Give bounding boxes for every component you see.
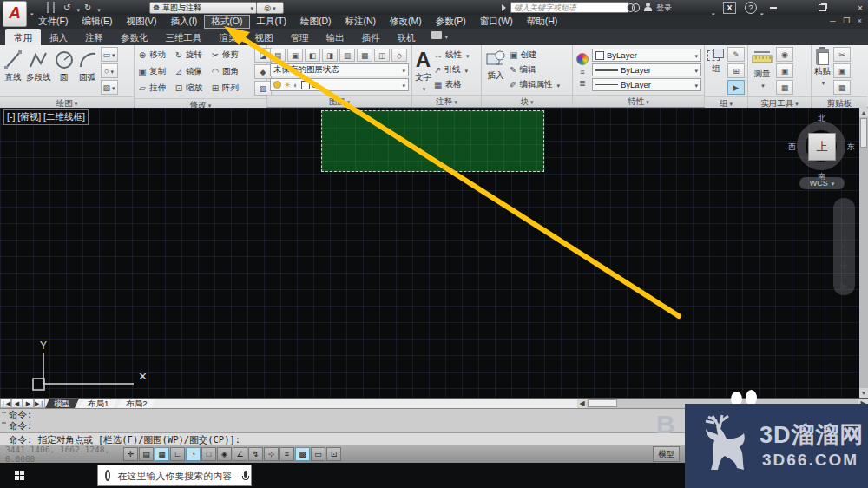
exchange-apps-icon[interactable]: X — [723, 2, 736, 14]
scale-tool[interactable]: ⊡缩放 — [174, 80, 210, 96]
create-block-tool[interactable]: ▣创建 — [510, 48, 560, 63]
drawing-area[interactable]: [-] [俯视] [二维线框] 北 南 西 东 上 WCS ◎ ☞ ⌖ ✛ ▶ … — [0, 108, 868, 398]
group-selection-icon[interactable]: ▶ — [727, 80, 745, 95]
show-motion-icon[interactable]: ▶ — [840, 280, 848, 292]
last-layout-icon[interactable]: ▶❘ — [34, 399, 45, 408]
cut-icon[interactable]: ✂ — [833, 47, 851, 62]
object-color-icon[interactable] — [576, 53, 589, 65]
copy-clip-icon[interactable]: ▣ — [833, 63, 851, 78]
dynamic-ucs-toggle-icon[interactable]: ↯ — [248, 447, 263, 461]
pan-hand-icon[interactable]: ☞ — [839, 221, 849, 234]
command-window-grip[interactable] — [2, 412, 6, 424]
compass-north-label[interactable]: 北 — [818, 113, 825, 124]
group-tool[interactable]: 组 — [707, 47, 725, 95]
circle-tool[interactable]: 圆 — [54, 47, 75, 95]
transparency-toggle-icon[interactable]: ▩ — [295, 447, 310, 461]
copy-tool[interactable]: ▣复制 — [137, 63, 174, 80]
scroll-left-icon[interactable]: ◀ — [577, 399, 587, 408]
vertical-scrollbar[interactable]: ▲ ▼ — [859, 108, 868, 398]
rotate-tool[interactable]: ↻旋转 — [174, 47, 210, 63]
menu-edit[interactable]: 编辑(E) — [75, 15, 119, 29]
scrollbar-thumb[interactable] — [860, 118, 867, 148]
menu-help[interactable]: 帮助(H) — [520, 15, 565, 29]
ribbon-tab-online[interactable]: 联机 — [389, 29, 424, 45]
next-layout-icon[interactable]: ▶ — [23, 399, 34, 408]
layer-state-dropdown[interactable]: 未保存的图层状态 — [270, 63, 409, 76]
ellipse-tool-icon[interactable]: ○ — [101, 63, 118, 78]
undo-icon[interactable]: ↺ — [63, 3, 70, 12]
leader-tool[interactable]: ↗引线 — [434, 63, 470, 77]
undo-dropdown-icon[interactable] — [75, 0, 80, 16]
ungroup-icon[interactable]: ✎ — [727, 47, 745, 62]
ribbon-tab-manage[interactable]: 管理 — [282, 29, 318, 45]
workspace-switcher[interactable]: ☸ 草图与注释 — [149, 2, 257, 14]
grid-display-toggle-icon[interactable]: ▦ — [155, 447, 169, 461]
orbit-icon[interactable]: ✛ — [839, 260, 848, 272]
ribbon-tab-3dtools[interactable]: 三维工具 — [157, 29, 211, 45]
menu-window[interactable]: 窗口(W) — [473, 15, 520, 29]
selection-cycling-toggle-icon[interactable]: ⊡ — [326, 447, 341, 461]
ribbon-tab-render[interactable]: 渲染 — [211, 29, 247, 45]
edit-block-tool[interactable]: ✎编辑 — [510, 63, 560, 77]
tab-layout1[interactable]: 布局1 — [79, 399, 117, 408]
scroll-up-icon[interactable]: ▲ — [859, 108, 868, 117]
interface-options-icon[interactable] — [431, 27, 449, 43]
layer-lock-icon[interactable]: ▦ — [357, 49, 372, 62]
close-button[interactable]: × — [849, 3, 868, 13]
maximize-button[interactable] — [811, 3, 833, 13]
redo-dropdown-icon[interactable] — [95, 0, 101, 16]
signin-link[interactable]: 登录 — [656, 3, 672, 14]
mirror-tool[interactable]: ⊿镜像 — [174, 63, 210, 80]
fillet-tool[interactable]: ◠圆角 — [210, 63, 252, 80]
tab-layout2[interactable]: 布局2 — [117, 399, 155, 408]
paste-tool[interactable]: 粘贴 — [814, 47, 831, 95]
object-snap-tracking-toggle-icon[interactable]: ∠ — [233, 447, 247, 461]
lineweight-dropdown[interactable]: ByLayer — [592, 63, 701, 76]
linear-dimension-tool[interactable]: ↔线性 — [434, 48, 470, 63]
infocenter-search-input[interactable] — [510, 2, 628, 13]
panel-label-group[interactable]: 组 — [705, 96, 747, 109]
compass-east-label[interactable]: 东 — [847, 142, 855, 153]
dynamic-input-toggle-icon[interactable]: ⊹ — [264, 447, 279, 461]
panel-label-properties[interactable]: 特性 — [573, 95, 704, 107]
viewcube-top-face[interactable]: 上 — [808, 133, 836, 161]
array-tool[interactable]: ⊞阵列 — [210, 80, 252, 96]
linetype-icon[interactable]: ≣ — [579, 79, 586, 88]
microphone-icon[interactable] — [242, 471, 244, 481]
lineweight-icon[interactable]: ≡ — [580, 68, 584, 76]
save-icon[interactable] — [47, 2, 49, 13]
ribbon-tab-view[interactable]: 视图 — [247, 29, 282, 45]
polar-tracking-toggle-icon[interactable]: ◔ — [186, 447, 201, 461]
minimize-button[interactable] — [762, 3, 785, 13]
panel-label-block[interactable]: 块 — [482, 95, 572, 107]
infocenter-toggle-icon[interactable] — [502, 4, 506, 11]
panel-label-annotation[interactable]: 注释 — [412, 95, 481, 107]
stretch-tool[interactable]: ▱拉伸 — [137, 80, 174, 96]
trim-tool[interactable]: ✂修剪 — [210, 47, 252, 63]
polyline-tool[interactable]: 多段线 — [26, 47, 51, 95]
quick-select-icon[interactable]: ▣ — [776, 63, 793, 78]
menu-file[interactable]: 文件(F) — [31, 15, 75, 29]
id-point-icon[interactable]: ◉ — [776, 47, 793, 62]
layer-off-icon[interactable]: ▣ — [287, 49, 303, 62]
edit-attributes-tool[interactable]: ✐编辑属性 — [510, 77, 560, 92]
zoom-icon[interactable]: ⌖ — [841, 241, 847, 253]
table-tool[interactable]: ▦表格 — [434, 77, 470, 92]
menu-modify[interactable]: 修改(M) — [383, 15, 429, 29]
ribbon-tab-home[interactable]: 常用 — [5, 29, 41, 45]
prev-layout-icon[interactable]: ◀ — [11, 399, 23, 408]
move-tool[interactable]: ⊕移动 — [137, 47, 174, 63]
document-window-controls[interactable]: ─ ❐ × — [830, 16, 865, 25]
compass-west-label[interactable]: 西 — [788, 142, 796, 153]
ribbon-tab-insert[interactable]: 插入 — [41, 29, 76, 45]
color-dropdown[interactable]: ByLayer — [592, 49, 701, 62]
line-tool[interactable]: 直线 — [3, 47, 23, 95]
taskbar-search-input[interactable] — [115, 470, 242, 482]
ribbon-tab-parametric[interactable]: 参数化 — [112, 29, 157, 45]
start-button[interactable] — [0, 463, 40, 488]
layer-dropdown[interactable]: ☀ ◐ 0 — [270, 78, 409, 91]
measure-tool[interactable]: 测量 — [751, 47, 773, 95]
layer-isolate-icon[interactable]: ◧ — [305, 49, 320, 62]
menu-draw[interactable]: 绘图(D) — [293, 15, 339, 29]
navigation-wheel-icon[interactable]: ◎ — [839, 201, 848, 214]
